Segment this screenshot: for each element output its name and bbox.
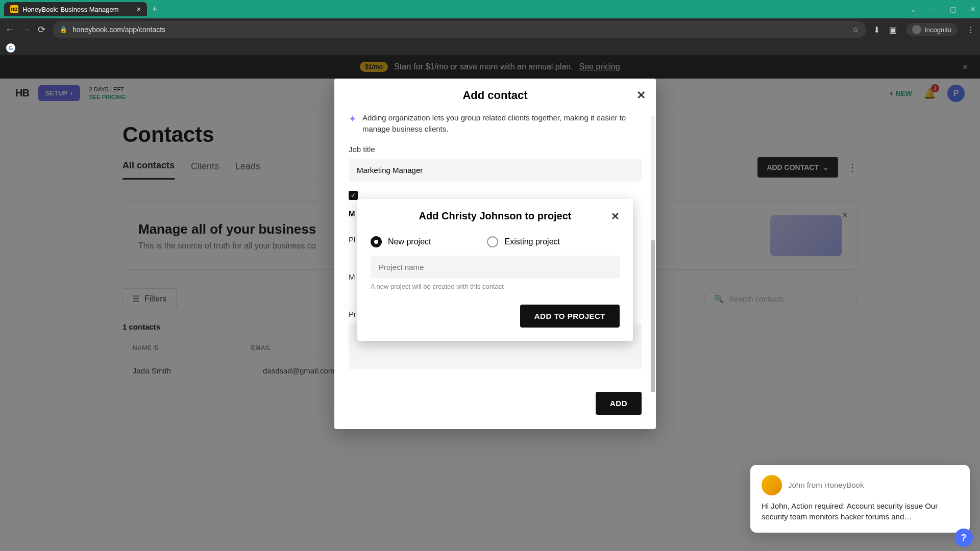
browser-menu-icon[interactable]: ⋮ — [967, 25, 975, 35]
radio-unselected-icon — [487, 236, 498, 247]
checkbox[interactable]: ✓ — [349, 191, 358, 200]
download-icon[interactable]: ⬇ — [873, 25, 880, 35]
help-bubble[interactable]: ? — [954, 529, 973, 547]
add-to-project-modal: Add Christy Johnson to project ✕ New pro… — [357, 199, 633, 341]
add-button[interactable]: ADD — [596, 392, 642, 415]
incognito-icon — [912, 25, 921, 34]
new-tab-button[interactable]: + — [152, 4, 158, 15]
project-name-input[interactable] — [371, 256, 620, 279]
back-icon[interactable]: ← — [5, 24, 14, 35]
url-bar[interactable]: 🔒 honeybook.com/app/contacts ☆ — [53, 21, 866, 38]
chat-message: Hi John, Action required: Account securi… — [762, 500, 959, 523]
favicon: HB — [10, 5, 18, 13]
window-close-icon[interactable]: ✕ — [970, 5, 976, 13]
reload-icon[interactable]: ⟳ — [38, 24, 45, 35]
url-text: honeybook.com/app/contacts — [72, 26, 165, 34]
radio-selected-icon — [371, 236, 382, 247]
minimize-icon[interactable]: — — [929, 5, 937, 13]
chat-popup[interactable]: John from HoneyBook Hi John, Action requ… — [750, 465, 970, 533]
scrollbar-thumb[interactable] — [651, 240, 655, 392]
add-to-project-button[interactable]: ADD TO PROJECT — [520, 305, 620, 328]
incognito-label: Incognito — [924, 26, 951, 34]
helper-text: A new project will be created with this … — [371, 283, 620, 290]
google-bookmark-icon[interactable]: G — [6, 43, 15, 53]
browser-tab[interactable]: HB HoneyBook: Business Managem × — [4, 2, 147, 16]
lock-icon: 🔒 — [60, 26, 67, 33]
chat-avatar — [762, 475, 782, 495]
bookmark-star-icon[interactable]: ☆ — [852, 26, 859, 34]
radio-existing-project[interactable]: Existing project — [487, 236, 560, 247]
job-title-input[interactable] — [349, 159, 642, 182]
forward-icon[interactable]: → — [21, 24, 31, 35]
modal2-title: Add Christy Johnson to project — [419, 210, 572, 221]
chevron-down-icon[interactable]: ⌄ — [910, 5, 916, 13]
org-tip: Adding organization lets you group relat… — [362, 112, 642, 135]
modal-close-icon[interactable]: ✕ — [636, 89, 646, 102]
modal2-close-icon[interactable]: ✕ — [611, 210, 620, 222]
chat-from: John from HoneyBook — [788, 481, 864, 489]
incognito-indicator[interactable]: Incognito — [906, 23, 958, 36]
maximize-icon[interactable]: ▢ — [950, 5, 957, 13]
tab-close-icon[interactable]: × — [137, 5, 141, 13]
radio-new-project[interactable]: New project — [371, 236, 431, 247]
modal-title: Add contact — [462, 89, 527, 102]
sparkle-icon: ✦ — [349, 112, 356, 135]
tab-title: HoneyBook: Business Managem — [22, 6, 119, 13]
job-title-label: Job title — [349, 145, 642, 154]
panel-icon[interactable]: ▣ — [889, 25, 897, 35]
